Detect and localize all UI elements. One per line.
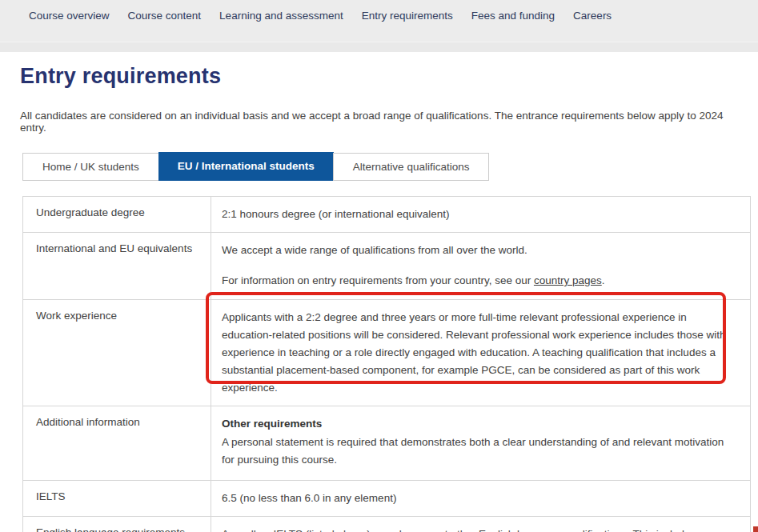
table-row-international-and-eu-equivalents: International and EU equivalents We acce… — [23, 232, 750, 299]
table-row-additional-information: Additional information Other requirement… — [23, 406, 750, 480]
row-label: Additional information — [23, 406, 211, 480]
table-row-undergraduate-degree: Undergraduate degree 2:1 honours degree … — [23, 197, 750, 232]
row-label: English language requirements — [23, 517, 211, 532]
intro-text: All candidates are considered on an indi… — [20, 110, 740, 134]
row-label: Work experience — [23, 300, 211, 406]
nav-item-fees-and-funding[interactable]: Fees and funding — [471, 10, 555, 22]
table-row-ielts: IELTS 6.5 (no less than 6.0 in any eleme… — [23, 480, 750, 516]
entry-requirements-table: Undergraduate degree 2:1 honours degree … — [22, 196, 751, 532]
row-content: 6.5 (no less than 6.0 in any element) — [211, 481, 750, 516]
red-corner-artifact — [753, 526, 758, 532]
row-content: Other requirementsA personal statement i… — [211, 406, 750, 480]
table-row-work-experience: Work experience Applicants with a 2:2 de… — [23, 299, 750, 406]
header-bottom-strip — [0, 42, 758, 52]
row-content: As well as IELTS (listed above), we also… — [211, 517, 750, 532]
course-nav-bar: Course overviewCourse contentLearning an… — [0, 0, 758, 52]
row-label: Undergraduate degree — [23, 197, 211, 232]
english-language-qualifications-link[interactable]: English language qualifications — [479, 528, 627, 532]
main-content: Entry requirements All candidates are co… — [0, 64, 758, 532]
row-content: 2:1 honours degree (or international equ… — [211, 197, 750, 232]
country-pages-link[interactable]: country pages — [534, 274, 602, 286]
row-label: IELTS — [23, 481, 211, 516]
nav-item-careers[interactable]: Careers — [573, 10, 612, 22]
tab-alternative-qualifications[interactable]: Alternative qualifications — [333, 153, 490, 181]
row-content: We accept a wide range of qualifications… — [211, 233, 750, 299]
row-label: International and EU equivalents — [23, 233, 211, 299]
row-content: Applicants with a 2:2 degree and three y… — [211, 300, 750, 406]
nav-item-learning-and-assessment[interactable]: Learning and assessment — [219, 10, 343, 22]
course-nav: Course overviewCourse contentLearning an… — [0, 0, 758, 22]
nav-item-course-content[interactable]: Course content — [128, 10, 202, 22]
nav-item-entry-requirements[interactable]: Entry requirements — [362, 10, 453, 22]
student-type-tabs: Home / UK studentsEU / International stu… — [22, 152, 758, 181]
tab-home-uk-students[interactable]: Home / UK students — [22, 153, 159, 181]
page-title: Entry requirements — [20, 64, 758, 89]
table-row-english-language-requirements: English language requirements As well as… — [23, 516, 750, 532]
nav-item-course-overview[interactable]: Course overview — [29, 10, 110, 22]
tab-eu-international-students[interactable]: EU / International students — [158, 152, 334, 181]
